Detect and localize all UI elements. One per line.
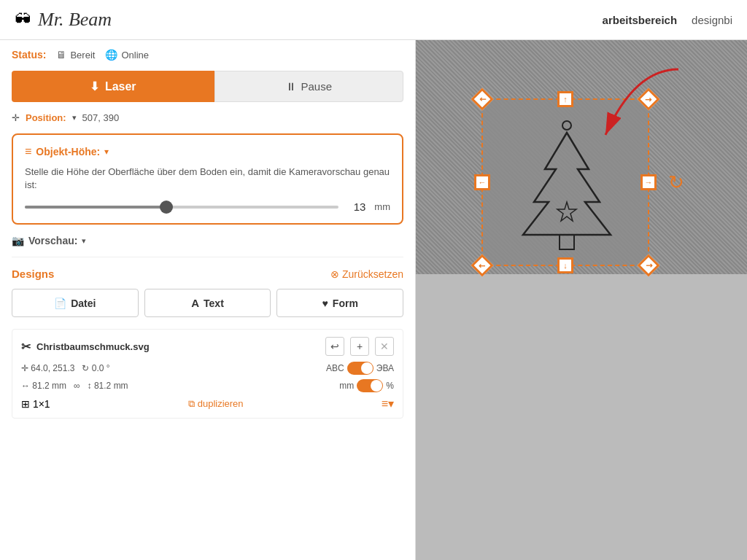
nav-arbeitsbereich[interactable]: arbeitsbereich (603, 14, 678, 26)
left-panel: Status: 🖥 Bereit 🌐 Online ⬇ Laser ⏸ Paus… (0, 40, 416, 560)
text-label: Text (204, 298, 224, 309)
logo-icon: 🕶 (15, 10, 31, 29)
file-link[interactable]: ∞ (74, 381, 80, 391)
file-name: ✂ Christbaumschmuck.svg (21, 340, 150, 354)
position-row: ✛ Position: ▾ 507, 390 (12, 112, 403, 123)
text-icon: A (191, 297, 199, 309)
file-header: ✂ Christbaumschmuck.svg ↩ + ✕ (21, 337, 394, 356)
position-xy: 64.0, 251.3 (31, 363, 74, 373)
width-value: 81.2 mm (32, 381, 66, 391)
slider-thumb[interactable] (160, 201, 173, 214)
heart-icon: ♥ (322, 298, 328, 309)
file-item: ✂ Christbaumschmuck.svg ↩ + ✕ (12, 329, 403, 419)
status-bereit-text: Bereit (70, 50, 95, 61)
duplicate-label: duplizieren (198, 398, 244, 409)
position-dropdown-arrow[interactable]: ▾ (72, 113, 77, 122)
design-type-row: 📄 Datei A Text ♥ Form (12, 289, 403, 317)
designs-row: Designs ⊗ Zurücksetzen (12, 268, 403, 280)
svg-rect-1 (560, 235, 574, 249)
pause-label: Pause (301, 80, 332, 93)
form-button[interactable]: ♥ Form (276, 289, 403, 317)
handle-mid-left[interactable]: ← (474, 174, 490, 190)
grid-icon: ⊞ (21, 398, 30, 410)
menu-icon[interactable]: ≡▾ (382, 397, 394, 411)
handle-top-center[interactable]: ↑ (557, 91, 573, 107)
svg-point-0 (562, 121, 571, 130)
undo-button[interactable]: ↩ (325, 337, 344, 356)
canvas-inner (416, 274, 747, 560)
file-rotation: ↻ 0.0 ° (82, 363, 109, 373)
objekt-hoehe-dropdown[interactable]: ▾ (104, 147, 109, 157)
abc-toggle[interactable] (347, 362, 374, 375)
file-height: ↕ 81.2 mm (88, 381, 128, 391)
camera-icon: 📷 (12, 235, 24, 246)
vorschau-row: 📷 Vorschau: ▾ (12, 235, 403, 257)
file-position: ✛ 64.0, 251.3 (21, 363, 74, 373)
list-icon: ≡ (25, 145, 31, 158)
rotate-handle[interactable]: ↻ (668, 171, 684, 194)
move-icon: ✛ (12, 112, 20, 123)
objekt-hoehe-description: Stelle die Höhe der Oberfläche über dem … (25, 166, 390, 192)
toggle-mm-area: mm % (339, 379, 394, 392)
slider-row: 13 mm (25, 201, 390, 213)
file-size-row: ↔ 81.2 mm ∞ ↕ 81.2 mm mm % (21, 379, 394, 392)
objekt-hoehe-header: ≡ Objekt-Höhe: ▾ (25, 145, 390, 158)
status-label: Status: (12, 49, 46, 61)
handle-bottom-center[interactable]: ↓ (557, 257, 573, 273)
add-button[interactable]: + (350, 337, 369, 356)
file-width: ↔ 81.2 mm (21, 381, 66, 391)
file-grid: ⊞ 1×1 (21, 398, 50, 410)
design-selection-area[interactable]: ↖ ↑ ↗ ← → ↙ ↓ ↘ ↻ (481, 98, 649, 266)
handle-top-right[interactable]: ↗ (637, 88, 659, 110)
undo-icon: ↩ (330, 341, 339, 352)
pause-icon: ⏸ (285, 80, 296, 93)
toggle-knob (361, 362, 373, 374)
toggle-mm-label: mm (339, 381, 354, 391)
width-arrows-icon: ↔ (21, 381, 30, 391)
handle-top-left[interactable]: ↖ (471, 88, 493, 110)
duplicate-button[interactable]: ⧉ duplizieren (188, 398, 244, 410)
status-online: 🌐 Online (105, 49, 149, 61)
header-nav: arbeitsbereich designbi (603, 14, 732, 26)
close-button[interactable]: ✕ (375, 337, 394, 356)
designs-title: Designs (12, 268, 54, 280)
cross-circle-icon: ⊗ (330, 268, 339, 280)
reset-button[interactable]: ⊗ Zurücksetzen (330, 268, 403, 280)
file-icon: 📄 (54, 298, 66, 309)
globe-icon: 🌐 (105, 49, 117, 61)
toggle-pct-label: % (386, 381, 394, 391)
pause-button[interactable]: ⏸ Pause (214, 71, 404, 102)
vorschau-dropdown[interactable]: ▾ (82, 236, 86, 246)
file-actions: ↩ + ✕ (325, 337, 394, 356)
main-layout: Status: 🖥 Bereit 🌐 Online ⬇ Laser ⏸ Paus… (0, 40, 747, 560)
status-online-text: Online (121, 50, 149, 61)
svg-marker-2 (557, 202, 576, 221)
file-bottom-row: ⊞ 1×1 ⧉ duplizieren ≡▾ (21, 397, 394, 411)
toggle-knob2 (371, 380, 382, 392)
datei-button[interactable]: 📄 Datei (12, 289, 139, 317)
laser-button[interactable]: ⬇ Laser (12, 71, 214, 102)
position-label: Position: (26, 112, 66, 123)
slider-unit: mm (374, 201, 390, 212)
logo: 🕶 Mr. Beam (15, 9, 112, 31)
text-button[interactable]: A Text (144, 289, 271, 317)
height-value: 81.2 mm (94, 381, 128, 391)
handle-mid-right[interactable]: → (640, 174, 657, 190)
vorschau-label: Vorschau: (28, 235, 77, 246)
status-row: Status: 🖥 Bereit 🌐 Online (12, 49, 403, 61)
toggle-abc-area: ABC ЭВА (326, 362, 394, 375)
height-slider[interactable] (25, 206, 338, 209)
close-icon: ✕ (380, 341, 389, 352)
objekt-hoehe-title: Objekt-Höhe: (36, 146, 100, 158)
form-label: Form (333, 298, 358, 309)
scissors-icon: ✂ (21, 340, 31, 354)
status-bereit: 🖥 Bereit (56, 49, 95, 61)
canvas-background: ↖ ↑ ↗ ← → ↙ ↓ ↘ ↻ (416, 40, 747, 560)
datei-label: Datei (71, 298, 96, 309)
nav-designbi[interactable]: designbi (692, 14, 732, 26)
slider-value: 13 (347, 201, 365, 213)
grid-value: 1×1 (33, 398, 50, 410)
slider-track (25, 206, 338, 209)
mm-toggle[interactable] (357, 379, 383, 392)
rotation-value: 0.0 ° (92, 363, 110, 373)
